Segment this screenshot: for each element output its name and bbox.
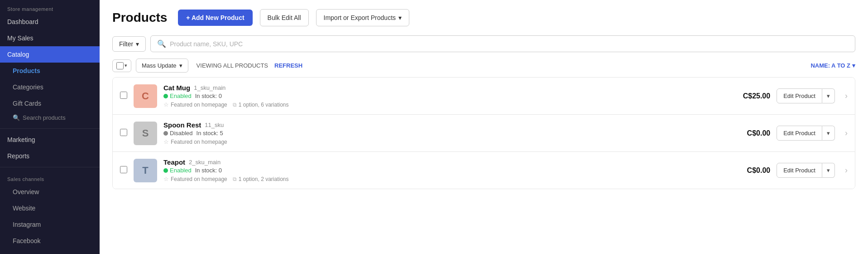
product-avatar-cat-mug: C xyxy=(134,84,157,108)
product-actions-teapot: Edit Product ▾ xyxy=(777,163,835,178)
chevron-down-icon: ▾ xyxy=(398,14,402,21)
search-icon: 🔍 xyxy=(157,39,166,48)
product-info-cat-mug: Cat Mug 1_sku_main Enabled In stock: 0 ☆ xyxy=(163,84,723,108)
product-actions-cat-mug: Edit Product ▾ xyxy=(777,88,835,103)
viewing-label: VIEWING ALL PRODUCTS xyxy=(197,62,268,69)
search-products[interactable]: 🔍 Search products xyxy=(0,112,100,126)
my-sales-label: My Sales xyxy=(7,34,34,42)
filter-label: Filter xyxy=(119,40,133,48)
search-bar[interactable]: 🔍 xyxy=(150,35,855,52)
product-sku-spoon-rest: 11_sku xyxy=(205,122,224,128)
row-chevron-teapot[interactable]: › xyxy=(845,166,848,175)
bulk-actions-row: ▾ Mass Update ▾ VIEWING ALL PRODUCTS REF… xyxy=(112,59,855,73)
select-all-checkbox[interactable] xyxy=(116,62,124,69)
sidebar-item-my-sales[interactable]: My Sales xyxy=(0,30,100,46)
categories-label: Categories xyxy=(13,83,43,91)
status-dot-enabled xyxy=(163,94,168,98)
row-chevron-spoon-rest[interactable]: › xyxy=(845,128,848,138)
product-checkbox-teapot[interactable] xyxy=(120,166,127,175)
product-list: C Cat Mug 1_sku_main Enabled In stock: 0 xyxy=(112,77,855,189)
sidebar-item-products[interactable]: Products xyxy=(0,63,100,79)
refresh-link[interactable]: REFRESH xyxy=(274,62,302,69)
reports-label: Reports xyxy=(7,152,29,160)
search-products-label: Search products xyxy=(23,114,66,121)
filter-row: Filter ▾ 🔍 xyxy=(112,35,855,52)
overview-label: Overview xyxy=(13,188,39,195)
product-status-teapot: Enabled xyxy=(163,167,192,174)
edit-dropdown-spoon-rest[interactable]: ▾ xyxy=(822,126,835,141)
product-name-spoon-rest: Spoon Rest xyxy=(163,121,201,129)
product-price-teapot: C$0.00 xyxy=(729,166,770,175)
product-name-teapot: Teapot xyxy=(163,158,185,166)
product-variations-cat-mug: ⧉ 1 option, 6 variations xyxy=(233,102,289,108)
edit-product-button-spoon-rest[interactable]: Edit Product xyxy=(777,126,822,141)
sidebar-item-catalog[interactable]: Catalog xyxy=(0,46,100,63)
edit-product-button-cat-mug[interactable]: Edit Product xyxy=(777,88,822,103)
page-header: Products + Add New Product Bulk Edit All… xyxy=(112,9,855,26)
edit-product-button-teapot[interactable]: Edit Product xyxy=(777,163,822,178)
import-export-button[interactable]: Import or Export Products ▾ xyxy=(316,9,410,26)
checkbox-teapot[interactable] xyxy=(120,166,127,173)
search-input[interactable] xyxy=(170,40,849,48)
status-dot-enabled xyxy=(163,168,168,173)
status-dot-disabled xyxy=(163,131,168,136)
dashboard-label: Dashboard xyxy=(7,18,38,25)
sidebar-item-overview[interactable]: Overview xyxy=(0,184,100,200)
product-price-spoon-rest: C$0.00 xyxy=(729,129,770,137)
product-avatar-spoon-rest: S xyxy=(134,122,157,145)
product-stock-teapot: In stock: 0 xyxy=(195,167,222,174)
import-export-label: Import or Export Products xyxy=(324,14,396,21)
product-stock-cat-mug: In stock: 0 xyxy=(195,93,222,99)
product-checkbox-cat-mug[interactable] xyxy=(120,92,127,101)
page-title: Products xyxy=(112,10,167,25)
chevron-down-icon: ▾ xyxy=(179,62,182,69)
product-status-cat-mug: Enabled xyxy=(163,93,192,99)
mass-update-button[interactable]: Mass Update ▾ xyxy=(136,59,188,73)
sidebar-item-instagram[interactable]: Instagram xyxy=(0,216,100,233)
divider-2 xyxy=(0,167,100,167)
sidebar-item-website[interactable]: Website xyxy=(0,200,100,216)
sidebar-item-categories[interactable]: Categories xyxy=(0,79,100,95)
product-name-cat-mug: Cat Mug xyxy=(163,84,190,92)
product-checkbox-spoon-rest[interactable] xyxy=(120,129,127,138)
sidebar-item-marketing[interactable]: Marketing xyxy=(0,132,100,148)
product-featured-cat-mug: ☆ Featured on homepage xyxy=(163,101,227,108)
sidebar: Store management Dashboard My Sales Cata… xyxy=(0,0,100,254)
product-actions-spoon-rest: Edit Product ▾ xyxy=(777,126,835,141)
star-icon: ☆ xyxy=(163,138,169,145)
chevron-down-icon: ▾ xyxy=(136,40,139,48)
divider-1 xyxy=(0,128,100,129)
sidebar-item-gift-cards[interactable]: Gift Cards xyxy=(0,95,100,112)
select-all-chevron[interactable]: ▾ xyxy=(125,63,127,68)
marketing-label: Marketing xyxy=(7,136,35,143)
star-icon: ☆ xyxy=(163,101,169,108)
catalog-label: Catalog xyxy=(7,51,29,58)
main-content: Products + Add New Product Bulk Edit All… xyxy=(100,0,868,254)
sidebar-item-reports[interactable]: Reports xyxy=(0,148,100,164)
star-icon: ☆ xyxy=(163,176,169,182)
sort-button[interactable]: NAME: A TO Z ▾ xyxy=(810,62,855,69)
filter-button[interactable]: Filter ▾ xyxy=(112,36,146,52)
product-status-spoon-rest: Disabled xyxy=(163,130,193,137)
bulk-edit-all-button[interactable]: Bulk Edit All xyxy=(260,9,309,26)
product-variations-teapot: ⧉ 1 option, 2 variations xyxy=(233,176,289,182)
search-icon: 🔍 xyxy=(13,114,20,121)
chevron-down-icon: ▾ xyxy=(852,62,855,69)
copy-icon: ⧉ xyxy=(233,176,237,182)
table-row: C Cat Mug 1_sku_main Enabled In stock: 0 xyxy=(113,78,855,115)
checkbox-spoon-rest[interactable] xyxy=(120,129,127,136)
edit-dropdown-teapot[interactable]: ▾ xyxy=(822,163,835,178)
row-chevron-cat-mug[interactable]: › xyxy=(845,91,848,101)
add-new-product-button[interactable]: + Add New Product xyxy=(178,10,252,26)
checkbox-cat-mug[interactable] xyxy=(120,92,127,99)
products-label: Products xyxy=(13,67,40,74)
sales-channels-label: Sales channels xyxy=(0,170,100,184)
table-row: S Spoon Rest 11_sku Disabled In stock: 5 xyxy=(113,115,855,152)
product-price-cat-mug: C$25.00 xyxy=(729,92,770,100)
edit-dropdown-cat-mug[interactable]: ▾ xyxy=(822,88,835,103)
sidebar-item-dashboard[interactable]: Dashboard xyxy=(0,14,100,30)
mass-update-label: Mass Update xyxy=(142,62,177,69)
select-all-checkbox-wrapper[interactable]: ▾ xyxy=(112,59,131,72)
sidebar-item-facebook[interactable]: Facebook xyxy=(0,233,100,249)
instagram-label: Instagram xyxy=(13,221,41,228)
